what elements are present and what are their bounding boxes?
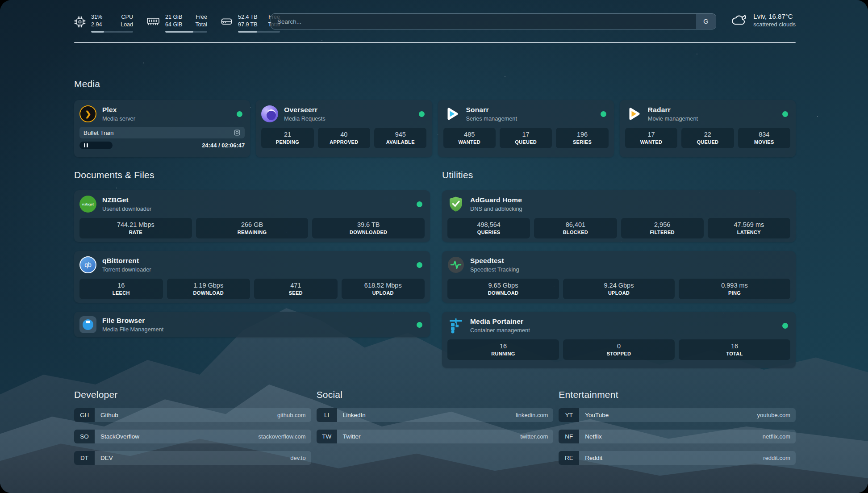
service-title: Media Portainer bbox=[470, 318, 776, 326]
cpu-load-value: 2.94 bbox=[91, 21, 102, 29]
service-subtitle: Movie management bbox=[648, 115, 776, 122]
service-title: Overseerr bbox=[284, 106, 413, 114]
stat-box: 1.19 GbpsDOWNLOAD bbox=[167, 279, 250, 299]
disk-progress-fill bbox=[238, 31, 257, 33]
bookmark-netflix[interactable]: NF Netflix netflix.com bbox=[559, 430, 796, 443]
section-documents-files: Documents & Files nzbget NZBGet Usenet d… bbox=[74, 170, 430, 337]
filebrowser-card[interactable]: File Browser Media File Management bbox=[74, 312, 430, 337]
status-dot bbox=[237, 111, 242, 117]
status-dot bbox=[417, 262, 422, 268]
stat-box: 17WANTED bbox=[625, 128, 677, 148]
stat-box: 17QUEUED bbox=[500, 128, 552, 148]
stat-box: 9.24 GbpsUPLOAD bbox=[563, 279, 675, 299]
bookmark-abbr: NF bbox=[559, 430, 579, 443]
bookmark-stackoverflow[interactable]: SO StackOverflow stackoverflow.com bbox=[74, 430, 311, 443]
status-dot bbox=[419, 111, 425, 117]
service-title: AdGuard Home bbox=[470, 196, 790, 204]
nzbget-card[interactable]: nzbget NZBGet Usenet downloader 744.21 M… bbox=[74, 190, 430, 242]
cpu-progress-bar bbox=[91, 31, 133, 33]
cpu-load-label: Load bbox=[121, 21, 133, 29]
bookmark-youtube[interactable]: YT YouTube youtube.com bbox=[559, 408, 796, 422]
service-subtitle: Media File Management bbox=[102, 326, 411, 333]
disk-progress-bar bbox=[238, 31, 280, 33]
overseerr-card[interactable]: Overseerr Media Requests 21PENDING 40APP… bbox=[256, 100, 432, 157]
section-heading-entertainment: Entertainment bbox=[559, 389, 796, 400]
service-subtitle: Speedtest Tracking bbox=[470, 266, 790, 273]
service-title: Plex bbox=[102, 106, 231, 114]
memory-total-label: Total bbox=[196, 21, 207, 29]
stat-box: 2,956FILTERED bbox=[621, 218, 704, 238]
bookmark-dev[interactable]: DT DEV dev.to bbox=[74, 451, 311, 465]
top-bar: 31% 2.94 CPU Load bbox=[74, 13, 796, 34]
speedtest-card[interactable]: Speedtest Speedtest Tracking 9.65 GbpsDO… bbox=[442, 251, 796, 303]
section-social: Social LI LinkedIn linkedin.com TW Twitt… bbox=[317, 389, 554, 465]
section-heading-media: Media bbox=[74, 79, 796, 89]
memory-widget: 21 GiB 64 GiB Free Total bbox=[146, 13, 207, 33]
stat-box: 0.993 msPING bbox=[679, 279, 790, 299]
now-playing-title: Bullet Train bbox=[83, 130, 234, 136]
pause-button[interactable] bbox=[79, 142, 113, 149]
bookmark-reddit[interactable]: RE Reddit reddit.com bbox=[559, 451, 796, 465]
radarr-icon bbox=[625, 105, 642, 122]
snow-specks bbox=[0, 0, 1, 1]
cpu-label: CPU bbox=[121, 13, 133, 21]
system-widgets: 31% 2.94 CPU Load bbox=[74, 13, 280, 33]
bookmark-name: Reddit bbox=[579, 451, 763, 465]
portainer-card[interactable]: Media Portainer Container management 16R… bbox=[442, 312, 796, 368]
status-dot bbox=[782, 111, 788, 117]
header-divider bbox=[74, 42, 796, 43]
plex-card[interactable]: Plex Media server Bullet Train 24:44 / bbox=[74, 100, 250, 157]
section-utilities: Utilities AdGuard Home D bbox=[442, 170, 796, 368]
section-heading-social: Social bbox=[317, 389, 554, 400]
weather-condition: scattered clouds bbox=[753, 21, 796, 28]
stat-box: 0STOPPED bbox=[563, 339, 675, 360]
bookmark-abbr: LI bbox=[317, 408, 337, 422]
service-title: File Browser bbox=[102, 317, 411, 325]
bookmark-name: Twitter bbox=[337, 430, 521, 443]
cpu-usage-value: 31% bbox=[91, 13, 102, 21]
bookmark-name: Netflix bbox=[579, 430, 763, 443]
cpu-chip-icon bbox=[74, 16, 86, 28]
disk-free-value: 52.4 TB bbox=[238, 13, 258, 21]
stat-box: 16TOTAL bbox=[679, 339, 790, 360]
search-input[interactable] bbox=[271, 13, 716, 29]
cpu-progress-fill bbox=[91, 31, 104, 33]
bookmark-url: twitter.com bbox=[520, 430, 553, 443]
service-subtitle: DNS and adblocking bbox=[470, 205, 790, 212]
service-title: Speedtest bbox=[470, 257, 790, 265]
disk-icon bbox=[221, 16, 233, 27]
service-title: qBittorrent bbox=[102, 257, 411, 265]
service-title: Sonarr bbox=[466, 106, 595, 114]
radarr-card[interactable]: Radarr Movie management 17WANTED 22QUEUE… bbox=[620, 100, 796, 157]
bookmark-name: DEV bbox=[95, 451, 290, 465]
adguard-card[interactable]: AdGuard Home DNS and adblocking 498,564Q… bbox=[442, 190, 796, 242]
service-title: NZBGet bbox=[102, 196, 411, 204]
now-playing-settings-icon[interactable] bbox=[234, 129, 241, 136]
bookmark-linkedin[interactable]: LI LinkedIn linkedin.com bbox=[317, 408, 554, 422]
filebrowser-icon bbox=[79, 316, 96, 333]
stat-box: 21PENDING bbox=[261, 128, 313, 148]
qbittorrent-card[interactable]: qb qBittorrent Torrent downloader 16LEEC… bbox=[74, 251, 430, 303]
service-subtitle: Container management bbox=[470, 327, 776, 334]
plex-icon bbox=[79, 105, 96, 122]
stat-box: 9.65 GbpsDOWNLOAD bbox=[447, 279, 559, 299]
section-entertainment: Entertainment YT YouTube youtube.com NF … bbox=[559, 389, 796, 465]
cloud-icon bbox=[730, 13, 747, 27]
status-dot bbox=[417, 201, 422, 207]
section-developer: Developer GH Github github.com SO StackO… bbox=[74, 389, 311, 465]
stat-box: 945AVAILABLE bbox=[374, 128, 426, 148]
bookmark-url: reddit.com bbox=[763, 451, 796, 465]
memory-icon bbox=[146, 16, 160, 27]
player-row: 24:44 / 02:06:47 bbox=[79, 142, 245, 149]
sonarr-card[interactable]: Sonarr Series management 485WANTED 17QUE… bbox=[438, 100, 614, 157]
stat-box: 86,401BLOCKED bbox=[534, 218, 617, 238]
bookmark-url: stackoverflow.com bbox=[258, 430, 311, 443]
search-provider-button[interactable]: G bbox=[696, 14, 716, 29]
section-heading-utilities: Utilities bbox=[442, 170, 796, 180]
service-subtitle: Series management bbox=[466, 115, 595, 122]
bookmark-url: github.com bbox=[277, 408, 311, 422]
bookmark-twitter[interactable]: TW Twitter twitter.com bbox=[317, 430, 554, 443]
service-subtitle: Media server bbox=[102, 115, 231, 122]
bookmark-github[interactable]: GH Github github.com bbox=[74, 408, 311, 422]
section-heading-developer: Developer bbox=[74, 389, 311, 400]
